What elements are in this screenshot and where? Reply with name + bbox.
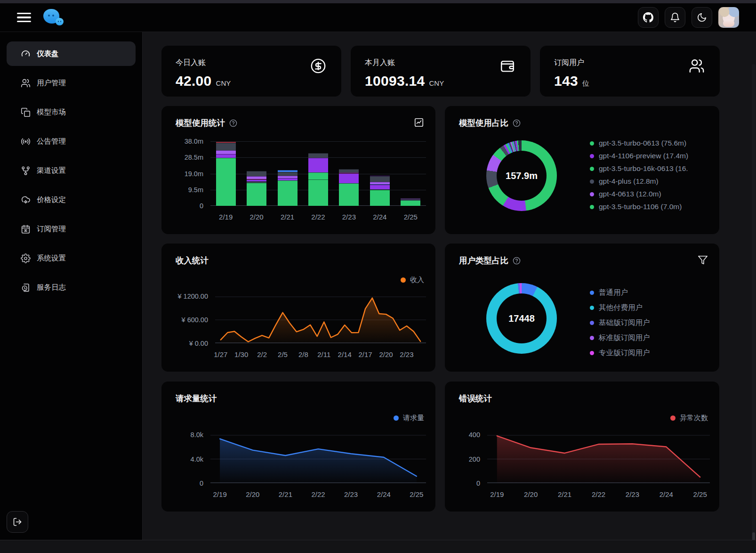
logout-button[interactable]	[7, 511, 28, 533]
model-share-legend: gpt-3.5-turbo-0613 (75.6m)gpt-4-1106-pre…	[590, 139, 713, 215]
bar-segment	[308, 179, 328, 206]
sidebar-item-4[interactable]: 公告管理	[7, 129, 136, 154]
legend-label: gpt-3.5-turbo-0613 (75.6m)	[599, 139, 686, 147]
logout-icon	[13, 517, 22, 527]
sidebar-item-label: 价格设定	[37, 195, 66, 205]
legend-dot	[670, 415, 676, 421]
error-line-svg	[487, 435, 710, 483]
sidebar-item-5[interactable]: 渠道设置	[7, 158, 136, 183]
income-line-chart: ¥ 1200.00¥ 600.00¥ 0.001/271/302/22/52/8…	[174, 296, 426, 359]
theme-toggle-button[interactable]	[692, 7, 712, 28]
legend-item[interactable]: gpt-3.5-turbo-16k-0613 (16.	[590, 164, 713, 173]
sidebar-item-3[interactable]: 模型市场	[7, 100, 136, 124]
stat-value: 10093.14	[365, 73, 425, 89]
legend-dot	[590, 336, 594, 340]
bar-series	[210, 141, 426, 206]
stat-value: 42.00	[176, 73, 212, 89]
hamburger-menu-button[interactable]	[17, 11, 31, 24]
legend-dot	[590, 205, 594, 209]
x-tick: 1/30	[234, 350, 248, 358]
sidebar-nav: 仪表盘用户管理模型市场公告管理渠道设置价格设定订阅管理系统设置服务日志	[0, 32, 142, 300]
donut-center-value: 157.9m	[506, 171, 538, 181]
users-icon	[21, 78, 31, 88]
card-title: 收入统计	[176, 255, 209, 266]
donut-hole: 157.9m	[497, 151, 547, 201]
legend-item[interactable]: gpt-3.5-turbo-0613 (75.6m)	[590, 139, 713, 147]
card-user-type-share: 用户类型占比 17448 普通用户其他付费用户基础版订阅用户标准版订阅用户专业版…	[445, 244, 719, 372]
sidebar-item-9[interactable]: 服务日志	[7, 275, 136, 300]
x-tick: 2/19	[490, 490, 504, 498]
notifications-button[interactable]	[665, 7, 685, 28]
x-axis-labels: 1/271/302/22/52/82/112/142/172/202/23	[215, 343, 426, 359]
broadcast-icon	[21, 137, 31, 146]
bar-segment	[339, 173, 359, 183]
gear-icon	[21, 253, 31, 263]
legend-item[interactable]: 专业版订阅用户	[590, 348, 650, 358]
y-tick: 400	[469, 431, 480, 439]
legend-label: 其他付费用户	[599, 303, 643, 313]
sidebar-item-1[interactable]: 仪表盘	[7, 41, 136, 66]
main-content: 今日入账 42.00 CNY 本月入账 10093.14 CNY 订阅用户 14…	[143, 32, 756, 540]
sidebar-item-2[interactable]: 用户管理	[7, 71, 136, 95]
y-tick: 19.0m	[185, 170, 203, 178]
bar-segment	[278, 180, 298, 206]
legend-item[interactable]: 普通用户	[590, 288, 650, 298]
card-error-stats: 错误统计 异常次数 40020002/192/202/212/222/232/2…	[445, 382, 719, 512]
x-axis-labels: 2/192/202/212/222/232/242/25	[210, 483, 426, 499]
sidebar-item-6[interactable]: 价格设定	[7, 187, 136, 212]
line-plot-area	[215, 296, 426, 343]
x-tick: 2/21	[558, 490, 571, 498]
legend-item[interactable]: 其他付费用户	[590, 303, 650, 313]
bar-segment	[401, 200, 420, 206]
card-model-usage-share: 模型使用占比 157.9m gpt-3.5-turbo-0613 (75.6m)…	[445, 106, 719, 234]
y-tick: ¥ 0.00	[189, 340, 208, 347]
legend-errors[interactable]: 异常次数	[670, 414, 708, 423]
legend-income[interactable]: 收入	[401, 276, 424, 285]
github-icon	[643, 12, 653, 23]
legend-dot	[394, 415, 399, 421]
legend-item[interactable]: gpt-4-plus (12.8m)	[590, 177, 713, 186]
x-tick: 2/22	[308, 213, 328, 222]
y-axis-labels: 8.0k4.0k0	[174, 431, 210, 487]
y-tick: 0	[476, 480, 480, 487]
bar-segment	[216, 154, 236, 158]
legend-item[interactable]: 标准版订阅用户	[590, 333, 650, 343]
y-tick: 0	[200, 480, 203, 487]
stat-card-month-income: 本月入账 10093.14 CNY	[351, 46, 531, 97]
scrollbar[interactable]	[752, 64, 756, 553]
x-tick: 2/25	[410, 490, 423, 498]
user-avatar[interactable]	[718, 7, 739, 28]
x-tick: 2/23	[344, 490, 358, 498]
help-icon[interactable]	[229, 119, 237, 127]
card-model-usage-stats: 模型使用统计 38.0m28.5m19.0m9.5m02/192/202/212…	[161, 106, 435, 234]
stat-value: 143	[554, 73, 578, 89]
legend-label: 基础版订阅用户	[599, 318, 650, 328]
legend-item[interactable]: 基础版订阅用户	[590, 318, 650, 328]
legend-label: 收入	[410, 276, 424, 285]
legend-requests[interactable]: 请求量	[394, 414, 424, 423]
help-icon[interactable]	[513, 119, 521, 127]
sidebar-item-label: 公告管理	[37, 137, 66, 146]
filter-icon[interactable]	[698, 255, 708, 265]
card-title: 用户类型占比	[459, 255, 508, 266]
bar-segment	[370, 176, 390, 182]
y-tick: 28.5m	[185, 154, 203, 161]
sidebar-item-8[interactable]: 系统设置	[7, 246, 136, 270]
donut-center-value: 17448	[508, 313, 535, 324]
x-tick: 2/17	[359, 350, 372, 358]
wallet-icon	[499, 58, 515, 76]
stat-card-subscribers: 订阅用户 143 位	[540, 46, 720, 97]
legend-item[interactable]: gpt-4-1106-preview (17.4m)	[590, 152, 713, 160]
legend-item[interactable]: gpt-4-0613 (12.0m)	[590, 190, 713, 198]
bar-2/23	[339, 141, 359, 206]
x-tick: 2/22	[311, 490, 325, 498]
stat-label: 订阅用户	[554, 58, 706, 68]
line-chart-icon[interactable]	[414, 117, 424, 128]
github-button[interactable]	[638, 7, 659, 28]
legend-item[interactable]: gpt-3.5-turbo-1106 (7.0m)	[590, 203, 713, 211]
help-icon[interactable]	[513, 257, 521, 265]
y-tick: 38.0m	[185, 138, 203, 145]
legend-label: gpt-4-0613 (12.0m)	[599, 190, 661, 198]
file-clock-icon	[21, 283, 31, 293]
sidebar-item-7[interactable]: 订阅管理	[7, 217, 136, 241]
